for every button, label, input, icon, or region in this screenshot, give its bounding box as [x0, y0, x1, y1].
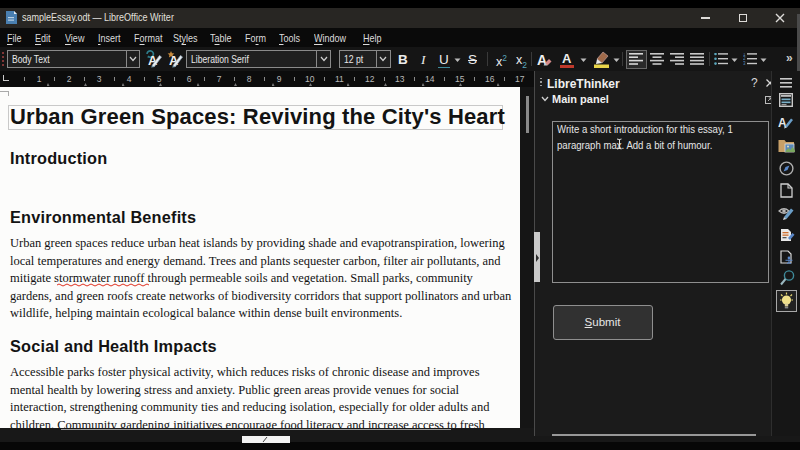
svg-text:A: A	[537, 52, 547, 68]
svg-text:3: 3	[743, 61, 746, 65]
